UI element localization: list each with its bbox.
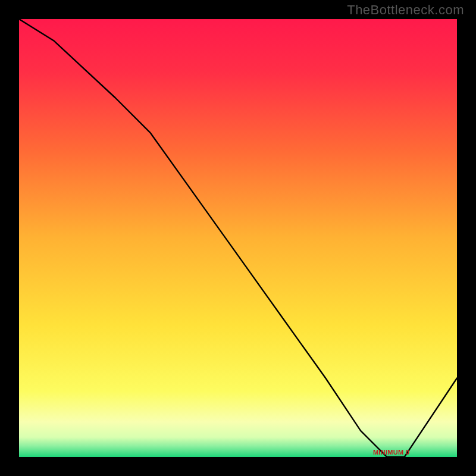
chart-frame: TheBottleneck.com MINIMUM 0 [0,0,476,476]
bottleneck-curve [19,19,457,457]
watermark-text: TheBottleneck.com [347,2,464,18]
plot-area: MINIMUM 0 [19,19,457,457]
minimum-label: MINIMUM 0 [373,449,409,456]
